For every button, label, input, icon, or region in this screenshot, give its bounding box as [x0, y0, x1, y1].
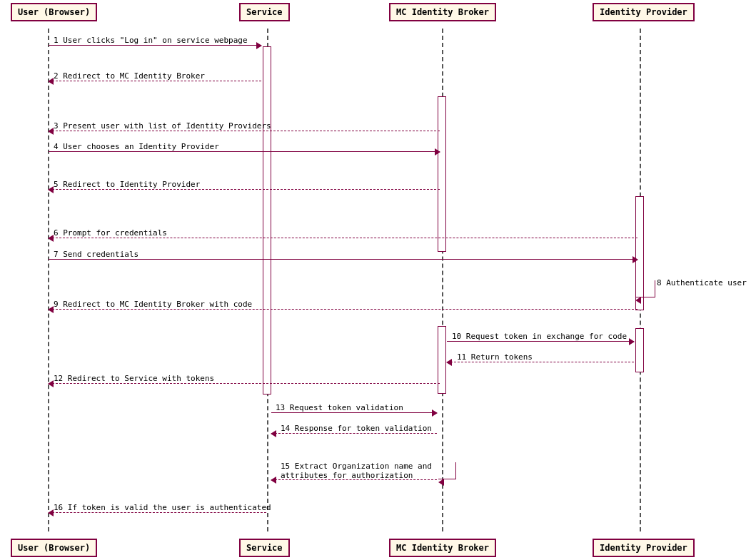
- arrow-12: [49, 383, 440, 384]
- label-4: 4 User chooses an Identity Provider: [54, 142, 219, 151]
- activation-service: [263, 46, 271, 394]
- actor-broker-top: MC Identity Broker: [389, 3, 496, 21]
- arrow-1: [49, 45, 261, 46]
- actor-idp-top: Identity Provider: [593, 3, 695, 21]
- arrow-2: [49, 81, 261, 81]
- self-arrow-15: [438, 462, 456, 479]
- actor-idp-bottom: Identity Provider: [593, 539, 695, 557]
- arrow-10: [447, 341, 634, 342]
- arrow-9: [49, 309, 637, 310]
- label-7: 7 Send credentials: [54, 250, 138, 259]
- arrow-13: [271, 412, 437, 413]
- self-arrow-8: [635, 280, 655, 297]
- arrow-14: [271, 433, 437, 434]
- activation-idp-2: [635, 328, 644, 372]
- label-14: 14 Response for token validation: [281, 424, 432, 433]
- arrow-3: [49, 131, 440, 131]
- arrow-7: [49, 259, 637, 260]
- label-9: 9 Redirect to MC Identity Broker with co…: [54, 300, 252, 309]
- label-11: 11 Return tokens: [457, 352, 533, 362]
- actor-user-bottom: User (Browser): [11, 539, 97, 557]
- label-1: 1 User clicks "Log in" on service webpag…: [54, 36, 248, 45]
- arrow-16: [49, 512, 266, 513]
- label-10: 10 Request token in exchange for code: [452, 332, 627, 341]
- label-6: 6 Prompt for credentials: [54, 228, 167, 238]
- arrow-5: [49, 189, 440, 190]
- activation-broker-1: [438, 96, 446, 252]
- self-arrowhead-15: [438, 479, 444, 486]
- actor-broker-bottom: MC Identity Broker: [389, 539, 496, 557]
- arrow-11: [447, 362, 634, 362]
- label-15: 15 Extract Organization name andattribut…: [281, 462, 432, 480]
- sequence-diagram: User (Browser) Service MC Identity Broke…: [0, 0, 751, 560]
- label-13: 13 Request token validation: [276, 403, 403, 412]
- label-16: 16 If token is valid the user is authent…: [54, 503, 271, 512]
- label-2: 2 Redirect to MC Identity Broker: [54, 71, 205, 81]
- actor-service-top: Service: [239, 3, 290, 21]
- actor-user-top: User (Browser): [11, 3, 97, 21]
- actor-service-bottom: Service: [239, 539, 290, 557]
- label-12: 12 Redirect to Service with tokens: [54, 374, 214, 383]
- label-5: 5 Redirect to Identity Provider: [54, 180, 200, 189]
- lifeline-user: [48, 29, 49, 531]
- arrow-4: [49, 151, 440, 152]
- self-arrowhead-8: [635, 297, 641, 304]
- label-8: 8 Authenticate user: [657, 278, 747, 287]
- label-3: 3 Present user with list of Identity Pro…: [54, 121, 271, 131]
- arrow-6: [49, 238, 637, 238]
